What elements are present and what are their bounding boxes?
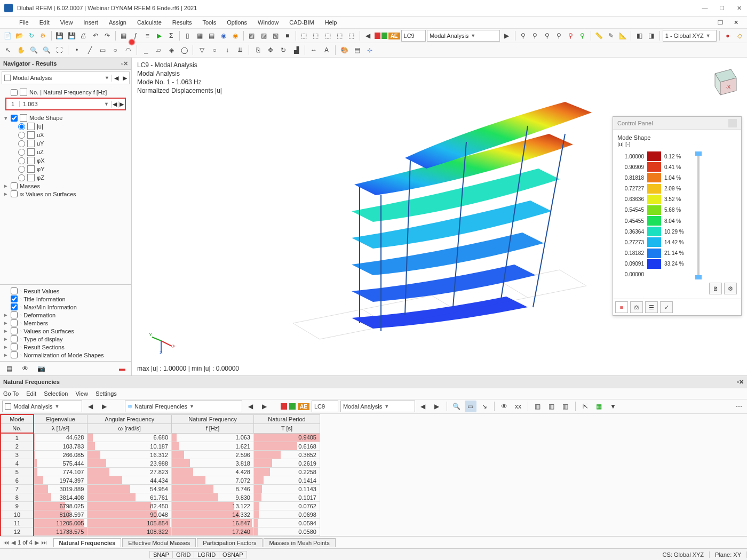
tool-a-icon[interactable]: ⚲ bbox=[518, 30, 529, 42]
eye-icon[interactable]: 👁 bbox=[498, 401, 510, 412]
load-icon[interactable]: ↓ bbox=[221, 44, 233, 56]
save-icon[interactable]: 💾 bbox=[54, 30, 65, 42]
table-row[interactable]: 83814.40861.7619.8300.1017 bbox=[1, 493, 320, 502]
new-icon[interactable]: 📄 bbox=[2, 30, 13, 42]
view-z-icon[interactable]: ⬚ bbox=[322, 30, 333, 42]
table-row[interactable]: 144.6286.6801.0630.9405 bbox=[1, 433, 320, 442]
menu-edit[interactable]: Edit bbox=[34, 18, 55, 27]
info-icon[interactable]: ● bbox=[722, 30, 733, 42]
col1-icon[interactable]: ▥ bbox=[532, 401, 544, 412]
member-icon[interactable]: ⎯ bbox=[140, 44, 152, 56]
component-φX[interactable]: φX bbox=[3, 156, 128, 165]
analysis-next-icon[interactable]: ▶ bbox=[123, 75, 127, 82]
snap-OSNAP[interactable]: OSNAP bbox=[219, 551, 247, 558]
component-uX[interactable]: uX bbox=[3, 131, 128, 139]
navopt-0[interactable]: ▫Result Values bbox=[3, 287, 128, 295]
maximize-button[interactable]: ☐ bbox=[718, 5, 726, 12]
tool-b-icon[interactable]: ⚲ bbox=[530, 30, 541, 42]
goto-icon[interactable]: ↘ bbox=[479, 401, 490, 412]
menu-assign[interactable]: Assign bbox=[104, 18, 132, 27]
nav-tab-cam-icon[interactable]: 📷 bbox=[35, 363, 47, 374]
save-all-icon[interactable]: 💾 bbox=[66, 30, 77, 42]
refresh-icon[interactable]: ↻ bbox=[26, 30, 36, 42]
tablemenu-View[interactable]: View bbox=[75, 390, 88, 397]
tab-0[interactable]: Natural Frequencies bbox=[53, 538, 122, 547]
menu-window[interactable]: Window bbox=[252, 18, 284, 27]
line-icon[interactable]: ╱ bbox=[84, 44, 96, 56]
tree-masses[interactable]: ▸ Masses bbox=[3, 182, 128, 190]
layer2-icon[interactable]: ◨ bbox=[646, 30, 657, 42]
view-y-icon[interactable]: ⬚ bbox=[311, 30, 321, 42]
tree-freq-header[interactable]: No. | Natural Frequency f [Hz] bbox=[3, 88, 128, 97]
app-menu-icon[interactable] bbox=[3, 19, 11, 26]
run-icon[interactable]: ▶ bbox=[154, 30, 164, 42]
navopt-1[interactable]: ▫Title Information bbox=[3, 295, 128, 303]
snap-LGRID[interactable]: LGRID bbox=[194, 551, 219, 558]
analysis-combo[interactable]: Modal Analysis ▼ ◀ ▶ bbox=[2, 71, 130, 84]
menu-options[interactable]: Options bbox=[221, 18, 252, 27]
navopt-8[interactable]: ▸▫Normalization of Mode Shapes bbox=[3, 351, 128, 359]
blue-icon[interactable]: ◉ bbox=[218, 30, 228, 42]
navopt-6[interactable]: ▸▫Type of display bbox=[3, 335, 128, 343]
undo-icon[interactable]: ↶ bbox=[90, 30, 100, 42]
table-row[interactable]: 2103.78310.1871.6210.6168 bbox=[1, 442, 320, 451]
menu-calculate[interactable]: Calculate bbox=[132, 18, 167, 27]
slider-bottom-handle[interactable] bbox=[695, 275, 702, 279]
box-icon[interactable]: ◇ bbox=[734, 30, 745, 42]
table-lc-next-icon[interactable]: ▶ bbox=[431, 401, 443, 412]
navigator-close-icon[interactable]: ✕ bbox=[123, 60, 128, 67]
dashed-icon[interactable]: ▨ bbox=[258, 30, 269, 42]
ortho-icon[interactable]: ⬚ bbox=[346, 30, 356, 42]
freq-next-icon[interactable]: ▶ bbox=[118, 101, 125, 108]
loadcase-name-combo[interactable]: Modal Analysis▼ bbox=[427, 30, 500, 42]
measure-icon[interactable]: 📐 bbox=[617, 30, 628, 42]
col2-icon[interactable]: ▥ bbox=[546, 401, 558, 412]
close-doc-icon[interactable]: ✕ bbox=[728, 18, 744, 27]
menu-file[interactable]: File bbox=[14, 18, 34, 27]
pencil-icon[interactable]: ✎ bbox=[606, 30, 616, 42]
frequency-selector[interactable]: 1 1.063 ▼ ◀ ▶ bbox=[5, 98, 126, 110]
table-prev-icon[interactable]: ◀ bbox=[84, 401, 96, 412]
page-first-icon[interactable]: ⏮ bbox=[3, 539, 9, 546]
panel-close-icon[interactable] bbox=[728, 119, 737, 127]
zoom2-icon[interactable]: 🔍 bbox=[41, 44, 52, 56]
table-analysis-combo[interactable]: Modal Analysis▼ bbox=[2, 401, 82, 412]
export-icon[interactable]: ⇱ bbox=[579, 401, 591, 412]
table-row[interactable]: 96798.02582.45013.1220.0762 bbox=[1, 502, 320, 510]
menu-cad-bim[interactable]: CAD-BIM bbox=[284, 18, 319, 27]
table-next-icon[interactable]: ▶ bbox=[98, 401, 110, 412]
dim-icon[interactable]: ↔ bbox=[308, 44, 320, 56]
legend-icon[interactable]: ▤ bbox=[351, 44, 363, 56]
hinge-icon[interactable]: ○ bbox=[209, 44, 220, 56]
table-close-icon[interactable]: ✕ bbox=[739, 379, 744, 386]
nav-tab-data-icon[interactable]: ▤ bbox=[3, 363, 15, 374]
tool-f-icon[interactable]: ⚲ bbox=[577, 30, 588, 42]
table-lcname-combo[interactable]: Modal Analysis▼ bbox=[340, 401, 415, 412]
excel-icon[interactable]: ▦ bbox=[593, 401, 605, 412]
view-cube[interactable]: -X bbox=[704, 63, 742, 100]
colors-icon[interactable]: 🎨 bbox=[338, 44, 350, 56]
tree-values-on-surfaces[interactable]: ▸ xx Values on Surfaces bbox=[3, 190, 128, 198]
tab-3[interactable]: Masses in Mesh Points bbox=[264, 538, 336, 547]
rect-icon[interactable]: ▭ bbox=[97, 44, 108, 56]
arc-icon[interactable]: ◠ bbox=[122, 44, 134, 56]
table-row[interactable]: 3266.08516.3122.5960.3852 bbox=[1, 451, 320, 459]
solid2-icon[interactable]: ◈ bbox=[165, 44, 177, 56]
view-x-icon[interactable]: ⬚ bbox=[299, 30, 309, 42]
component-φZ[interactable]: φZ bbox=[3, 173, 128, 182]
gear-icon[interactable]: ⚙ bbox=[38, 30, 49, 42]
hand-icon[interactable]: ✋ bbox=[15, 44, 27, 56]
funnel-icon[interactable]: ▼ bbox=[607, 401, 619, 412]
navopt-7[interactable]: ▸▫Result Sections bbox=[3, 343, 128, 351]
freq-prev-icon[interactable]: ◀ bbox=[111, 101, 118, 108]
nav-tab-results-icon[interactable]: ▬ bbox=[116, 363, 128, 374]
menu-results[interactable]: Results bbox=[167, 18, 197, 27]
component-uZ[interactable]: uZ bbox=[3, 148, 128, 156]
navopt-5[interactable]: ▸▫Values on Surfaces bbox=[3, 327, 128, 335]
table-view-next-icon[interactable]: ▶ bbox=[258, 401, 270, 412]
table-view-prev-icon[interactable]: ◀ bbox=[244, 401, 256, 412]
page-last-icon[interactable]: ⏭ bbox=[41, 539, 47, 546]
table-row[interactable]: 1211733.575108.32217.2400.0580 bbox=[1, 527, 320, 536]
component-φY[interactable]: φY bbox=[3, 165, 128, 173]
select-icon[interactable]: ▭ bbox=[465, 401, 476, 412]
